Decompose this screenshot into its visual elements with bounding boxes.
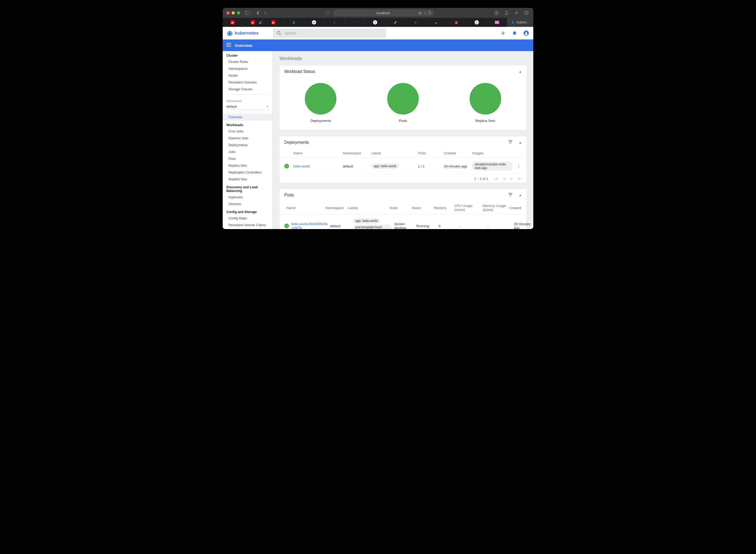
browser-tab[interactable]: ▶ bbox=[263, 18, 284, 27]
row-menu-button[interactable]: ⋮ bbox=[515, 164, 522, 169]
page-title: Workloads bbox=[280, 56, 526, 61]
browser-tab[interactable]: 👤 bbox=[284, 18, 304, 27]
notifications-icon[interactable] bbox=[512, 30, 518, 36]
browser-tab[interactable]: G bbox=[466, 18, 487, 27]
browser-tab[interactable]: ☁ bbox=[426, 18, 446, 27]
pager-next-icon[interactable]: ▶ bbox=[510, 177, 513, 181]
privacy-shield-icon[interactable] bbox=[325, 10, 331, 16]
search-input[interactable] bbox=[285, 31, 383, 35]
sidebar-item-stateful-sets[interactable]: Stateful Sets bbox=[223, 176, 273, 183]
sidebar-item-daemon-sets[interactable]: Daemon Sets bbox=[223, 135, 273, 142]
sidebar-item-jobs[interactable]: Jobs bbox=[223, 149, 273, 155]
browser-tab[interactable] bbox=[304, 18, 324, 27]
browser-tab[interactable]: 🚀 bbox=[385, 18, 406, 27]
create-button[interactable] bbox=[500, 30, 506, 36]
account-icon[interactable] bbox=[523, 30, 529, 36]
labels-cell: app: hello-world bbox=[371, 163, 416, 169]
svg-rect-3 bbox=[525, 12, 527, 14]
share-icon[interactable] bbox=[503, 10, 510, 16]
sidebar-item-pvc[interactable]: Persistent Volume Claims bbox=[223, 222, 273, 229]
svg-line-10 bbox=[280, 34, 281, 35]
namespace-label: Namespace bbox=[223, 96, 273, 103]
sidebar-item-config-maps[interactable]: Config Maps bbox=[223, 215, 273, 222]
app-bar: kubernetes bbox=[223, 27, 533, 40]
reader-icon[interactable]: 🗂 bbox=[423, 11, 427, 15]
filter-icon[interactable] bbox=[508, 140, 513, 145]
sidebar-item-secrets[interactable]: Secrets bbox=[223, 229, 273, 229]
pager-last-icon[interactable]: ▶| bbox=[518, 177, 522, 181]
pod-name-link[interactable]: hello-world-6b64556c5b-m975t bbox=[291, 222, 328, 229]
browser-tab-active[interactable]: 👤Kubern… bbox=[507, 18, 533, 27]
sidebar-item-nodes[interactable]: Nodes bbox=[223, 72, 273, 79]
kubernetes-logo[interactable]: kubernetes bbox=[227, 30, 273, 36]
table-header: Name Namespace Labels Node Status Restar… bbox=[280, 201, 526, 215]
browser-tab[interactable]: G bbox=[365, 18, 385, 27]
sidebar-item-replica-sets[interactable]: Replica Sets bbox=[223, 162, 273, 169]
collapse-icon[interactable]: ▲ bbox=[519, 141, 522, 144]
sidebar-toggle-icon[interactable] bbox=[244, 10, 250, 16]
minimize-window-button[interactable] bbox=[232, 11, 235, 14]
window-controls bbox=[226, 11, 240, 14]
namespace-cell: default bbox=[330, 224, 351, 228]
address-bar[interactable]: localhost 🔊 🗂 bbox=[333, 9, 433, 16]
breadcrumb-bar: Overview bbox=[223, 40, 533, 51]
forward-button[interactable] bbox=[262, 10, 269, 16]
close-window-button[interactable] bbox=[226, 11, 230, 14]
browser-tab[interactable]: ✕ bbox=[324, 18, 345, 27]
sidebar-item-cluster-roles[interactable]: Cluster Roles bbox=[223, 58, 273, 65]
namespace-select[interactable]: default ▼ bbox=[226, 104, 269, 110]
table-row: ✓ hello-world default app: hello-world 1… bbox=[280, 158, 526, 175]
mem-cell: - bbox=[487, 224, 512, 228]
browser-tab[interactable] bbox=[487, 18, 507, 27]
sidebar-item-storage-classes[interactable]: Storage Classes bbox=[223, 86, 273, 93]
downloads-icon[interactable] bbox=[493, 10, 500, 16]
brand-text: kubernetes bbox=[235, 31, 259, 36]
namespace-selected: default bbox=[226, 105, 237, 108]
pager: 1 – 1 of 1 |◀ ◀ ▶ ▶| bbox=[280, 175, 526, 183]
namespace-cell: default bbox=[343, 164, 369, 168]
browser-tab[interactable]: ▶🔊 bbox=[243, 18, 263, 27]
search-box[interactable] bbox=[273, 29, 386, 38]
sidebar-item-namespaces[interactable]: Namespaces bbox=[223, 65, 273, 72]
restarts-cell: 0 bbox=[439, 224, 457, 228]
reload-button[interactable] bbox=[428, 11, 432, 15]
browser-tab[interactable]: 📕 bbox=[446, 18, 466, 27]
hamburger-icon[interactable] bbox=[226, 43, 231, 48]
sidebar-item-deployments[interactable]: Deployments bbox=[223, 142, 273, 149]
safari-window: localhost 🔊 🗂 ▶ ▶🔊 ▶ 👤 ✕ 〰 G 🚀 ⚙ ☁ 📕 G bbox=[223, 8, 533, 229]
pager-first-icon[interactable]: |◀ bbox=[493, 177, 497, 181]
browser-tab[interactable]: ⚙ bbox=[406, 18, 426, 27]
pager-prev-icon[interactable]: ◀ bbox=[503, 177, 505, 181]
sidebar-item-cron-jobs[interactable]: Cron Jobs bbox=[223, 128, 273, 135]
status-cell: Running bbox=[416, 224, 437, 228]
browser-tab[interactable]: 〰 bbox=[345, 18, 365, 27]
collapse-icon[interactable]: ▲ bbox=[519, 70, 522, 73]
sidebar-item-services[interactable]: Services bbox=[223, 201, 273, 208]
labels-cell: app: hello-world pod-template-hash: 6b64… bbox=[353, 218, 392, 229]
collapse-icon[interactable]: ▲ bbox=[519, 193, 522, 197]
new-tab-button[interactable] bbox=[513, 10, 520, 16]
svg-rect-4 bbox=[525, 11, 528, 14]
sidebar-item-persistent-volumes[interactable]: Persistent Volumes bbox=[223, 79, 273, 86]
svg-rect-0 bbox=[245, 11, 250, 15]
sidebar-item-pods[interactable]: Pods bbox=[223, 155, 273, 162]
maximize-window-button[interactable] bbox=[237, 11, 240, 14]
browser-tab[interactable]: ▶ bbox=[223, 18, 243, 27]
speaker-icon: 🔊 bbox=[259, 21, 262, 24]
kubernetes-logo-icon bbox=[227, 30, 233, 36]
filter-icon[interactable] bbox=[508, 193, 513, 198]
status-ok-icon: ✓ bbox=[284, 224, 289, 228]
audio-indicator-icon[interactable]: 🔊 bbox=[418, 11, 422, 15]
sidebar-item-overview[interactable]: Overview bbox=[223, 114, 273, 121]
breadcrumb-title: Overview bbox=[235, 43, 252, 48]
titlebar: localhost 🔊 🗂 bbox=[223, 8, 533, 18]
deployment-name-link[interactable]: hello-world bbox=[293, 164, 341, 168]
tabs-overview-icon[interactable] bbox=[523, 10, 530, 16]
table-header: Name Namespace Labels Pods Created Image… bbox=[280, 149, 526, 158]
sidebar-heading-dlb: Discovery and Load Balancing bbox=[223, 183, 273, 194]
sidebar-item-ingresses[interactable]: Ingresses bbox=[223, 194, 273, 201]
svg-point-11 bbox=[514, 35, 515, 35]
sidebar-item-replication-controllers[interactable]: Replication Controllers bbox=[223, 169, 273, 176]
images-cell: piinalpin/sample-node-web-app bbox=[472, 161, 513, 171]
back-button[interactable] bbox=[255, 10, 261, 16]
